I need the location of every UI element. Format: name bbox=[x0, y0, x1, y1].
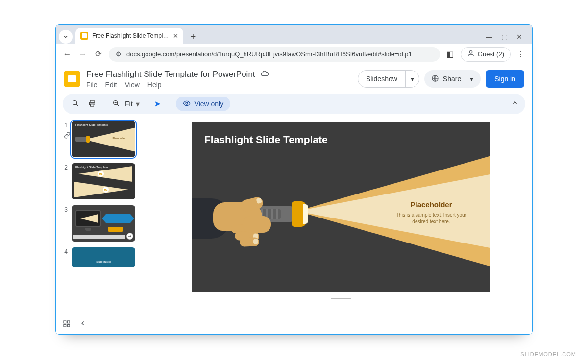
tab-search-button[interactable] bbox=[59, 30, 73, 44]
docs-header: Free Flashlight Slide Template for Power… bbox=[56, 65, 532, 91]
url-field[interactable]: ⚙ docs.google.com/presentation/d/1urquQ_… bbox=[109, 47, 440, 62]
toolbar: Fit ▾ ➤ View only bbox=[63, 94, 525, 114]
new-tab-button[interactable]: + bbox=[186, 30, 200, 44]
slide-number: 4 bbox=[61, 247, 68, 255]
eye-icon bbox=[183, 99, 191, 109]
menu-edit[interactable]: Edit bbox=[105, 81, 117, 89]
tab-close-button[interactable]: ✕ bbox=[173, 32, 178, 40]
grid-view-icon[interactable] bbox=[63, 320, 71, 329]
document-title[interactable]: Free Flashlight Slide Template for Power… bbox=[86, 70, 255, 79]
slide-number: 2 bbox=[61, 163, 68, 171]
slideshow-button[interactable]: Slideshow ▾ bbox=[358, 70, 419, 88]
guest-icon bbox=[467, 49, 475, 59]
side-panel-icon[interactable]: ◧ bbox=[445, 49, 456, 59]
document-body: 1 Flashlight Slide Template Placeholder … bbox=[56, 119, 532, 334]
slideshow-dropdown[interactable]: ▾ bbox=[406, 71, 419, 87]
placeholder-text: This is a sample text. Insert your desir… bbox=[390, 212, 473, 225]
collapse-filmstrip-icon[interactable] bbox=[79, 320, 86, 329]
url-text: docs.google.com/presentation/d/1urquQ_hR… bbox=[126, 50, 412, 58]
slide-number: 1 bbox=[61, 121, 68, 129]
address-bar: ← → ⟳ ⚙ docs.google.com/presentation/d/1… bbox=[56, 44, 532, 65]
sign-in-button[interactable]: Sign in bbox=[486, 70, 524, 88]
svg-point-0 bbox=[469, 51, 472, 53]
profile-label: Guest (2) bbox=[478, 50, 504, 58]
forward-button[interactable]: → bbox=[77, 49, 88, 59]
hand-grip bbox=[243, 216, 271, 233]
menu-view[interactable]: View bbox=[125, 81, 140, 89]
view-mode-label: View only bbox=[195, 100, 224, 108]
svg-rect-11 bbox=[67, 324, 70, 327]
slide-thumbnail-2[interactable]: Flashlight Slide Template 01 02 bbox=[72, 163, 135, 199]
flashlight-lens bbox=[303, 204, 308, 224]
slide-filmstrip: 1 Flashlight Slide Template Placeholder … bbox=[56, 119, 154, 334]
zoom-label: Fit bbox=[125, 100, 133, 108]
site-info-icon[interactable]: ⚙ bbox=[116, 50, 122, 58]
svg-rect-10 bbox=[64, 324, 66, 327]
view-mode-pill[interactable]: View only bbox=[176, 97, 231, 111]
minimize-button[interactable]: — bbox=[486, 33, 492, 41]
menu-bar: File Edit View Help bbox=[86, 81, 352, 89]
cloud-status-icon[interactable] bbox=[260, 69, 269, 80]
slide-thumbnail-3[interactable]: ➜ bbox=[72, 205, 135, 242]
header-actions: Slideshow ▾ Share ▾ Sign in bbox=[358, 70, 524, 88]
tab-title: Free Flashlight Slide Template f bbox=[92, 32, 169, 39]
link-icon bbox=[64, 132, 71, 140]
slide-title: Flashlight Slide Template bbox=[204, 134, 328, 146]
collapse-toolbar-icon[interactable] bbox=[512, 99, 518, 108]
svg-rect-8 bbox=[64, 321, 66, 323]
select-tool-icon[interactable]: ➤ bbox=[152, 99, 164, 108]
reload-button[interactable]: ⟳ bbox=[93, 49, 104, 59]
svg-rect-9 bbox=[67, 321, 70, 323]
placeholder-title: Placeholder bbox=[390, 200, 473, 209]
slide-thumbnail-1[interactable]: Flashlight Slide Template Placeholder bbox=[72, 121, 135, 157]
svg-point-7 bbox=[186, 102, 188, 104]
slideshow-label: Slideshow bbox=[366, 75, 397, 83]
globe-icon bbox=[431, 74, 439, 84]
back-button[interactable]: ← bbox=[62, 49, 73, 59]
filmstrip-footer bbox=[63, 320, 86, 329]
slides-logo[interactable] bbox=[64, 71, 80, 87]
tab-strip: Free Flashlight Slide Template f ✕ + — ▢… bbox=[56, 25, 532, 44]
browser-menu-icon[interactable]: ⋮ bbox=[515, 49, 526, 59]
zoom-dropdown[interactable]: Fit ▾ bbox=[110, 99, 140, 109]
slide-canvas[interactable]: Flashlight Slide Template Placeholder Th… bbox=[192, 122, 490, 292]
slide-thumbnail-4[interactable]: SlideModel bbox=[72, 247, 135, 267]
print-icon[interactable] bbox=[86, 99, 98, 109]
thumb-action-icon[interactable]: ➜ bbox=[126, 233, 133, 240]
maximize-button[interactable]: ▢ bbox=[501, 33, 508, 41]
sign-in-label: Sign in bbox=[494, 75, 515, 83]
share-label: Share bbox=[443, 75, 461, 83]
browser-tab[interactable]: Free Flashlight Slide Template f ✕ bbox=[75, 28, 183, 44]
menu-file[interactable]: File bbox=[86, 81, 98, 89]
profile-chip[interactable]: Guest (2) bbox=[461, 47, 511, 62]
placeholder-block: Placeholder This is a sample text. Inser… bbox=[390, 200, 473, 225]
zoom-icon bbox=[110, 99, 122, 109]
slides-favicon bbox=[80, 32, 88, 40]
speaker-notes-handle[interactable] bbox=[331, 297, 351, 299]
menu-help[interactable]: Help bbox=[147, 81, 162, 89]
docs-title-block: Free Flashlight Slide Template for Power… bbox=[86, 69, 352, 89]
browser-window: Free Flashlight Slide Template f ✕ + — ▢… bbox=[55, 24, 533, 335]
svg-point-2 bbox=[73, 100, 77, 104]
share-button[interactable]: Share ▾ bbox=[424, 70, 481, 88]
watermark: SLIDEMODEL.COM bbox=[520, 351, 576, 357]
share-dropdown[interactable]: ▾ bbox=[465, 73, 478, 84]
window-controls: — ▢ ✕ bbox=[486, 33, 529, 44]
close-window-button[interactable]: ✕ bbox=[516, 33, 522, 41]
canvas-area: Flashlight Slide Template Placeholder Th… bbox=[154, 119, 532, 334]
slide-number: 3 bbox=[61, 205, 68, 213]
search-icon[interactable] bbox=[70, 99, 81, 109]
